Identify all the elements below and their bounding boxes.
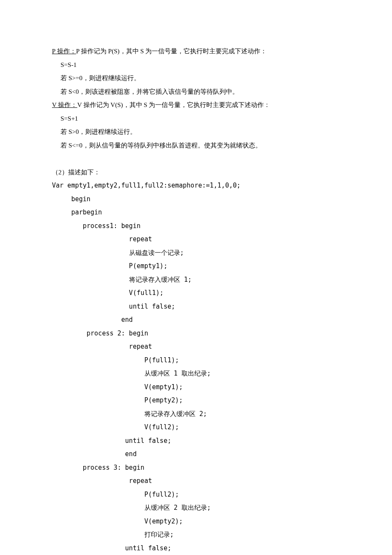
code-line: 将记录存入缓冲区 2; [52,408,341,421]
code-line: V(empty1); [52,381,341,394]
code-line: until false; [52,300,341,314]
code-line: process 3: begin [52,461,341,475]
code-line: begin [52,193,341,206]
v-line-1: S=S+1 [52,112,341,126]
p-line-3: 若 S<0，则该进程被阻塞，并将它插入该信号量的等待队列中。 [52,85,341,99]
document-content: P 操作：P 操作记为 P(S)，其中 S 为一信号量，它执行时主要完成下述动作… [52,45,341,555]
v-op-desc: V 操作记为 V(S)，其中 S 为一信号量，它执行时主要完成下述动作： [77,101,270,108]
code-line: Var empty1,empty2,full1,full2:semaphore:… [52,179,341,193]
blank-line [52,152,341,166]
code-line: 将记录存入缓冲区 1; [52,273,341,287]
code-line: parbegin [52,206,341,220]
p-operation-line: P 操作：P 操作记为 P(S)，其中 S 为一信号量，它执行时主要完成下述动作… [52,45,341,58]
code-line: repeat [52,340,341,354]
code-line: V(full1); [52,286,341,300]
code-line: V(full2); [52,421,341,434]
p-line-1: S=S-1 [52,58,341,72]
v-line-2: 若 S>0，则进程继续运行。 [52,125,341,139]
code-line: end [52,448,341,461]
code-line: repeat [52,233,341,246]
code-line: 从缓冲区 1 取出纪录; [52,367,341,381]
code-line: until false; [52,434,341,448]
p-op-title: P 操作： [52,48,76,55]
code-line: P(empty2); [52,394,341,408]
p-op-desc: P 操作记为 P(S)，其中 S 为一信号量，它执行时主要完成下述动作： [76,48,267,55]
v-op-title: V 操作： [52,101,77,108]
code-line: V(empty2); [52,515,341,529]
code-line: 打印记录; [52,528,341,542]
section2-heading: （2）描述如下： [52,166,341,179]
v-operation-line: V 操作：V 操作记为 V(S)，其中 S 为一信号量，它执行时主要完成下述动作… [52,98,341,112]
code-line: repeat [52,474,341,488]
p-line-2: 若 S>=0，则进程继续运行。 [52,72,341,85]
code-line: process 2: begin [52,327,341,341]
code-line: 从磁盘读一个记录; [52,246,341,260]
code-block: Var empty1,empty2,full1,full2:semaphore:… [52,179,341,555]
code-line: end [52,313,341,327]
v-line-3: 若 S<=0，则从信号量的等待队列中移出队首进程。使其变为就绪状态。 [52,139,341,153]
code-line: P(full1); [52,354,341,367]
code-line: 从缓冲区 2 取出纪录; [52,501,341,515]
code-line: until false; [52,542,341,555]
code-line: P(empty1); [52,260,341,273]
code-line: process1: begin [52,220,341,233]
code-line: P(full2); [52,488,341,502]
